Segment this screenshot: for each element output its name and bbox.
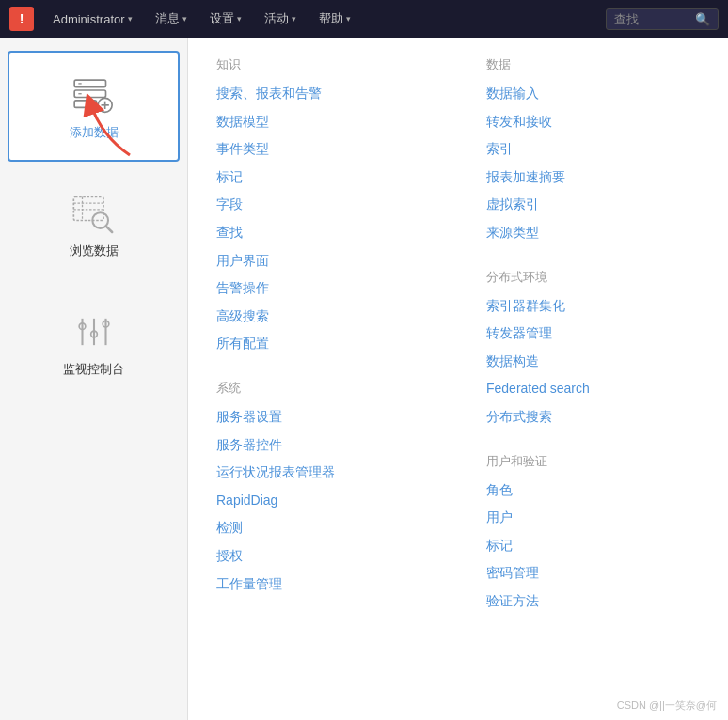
help-caret: ▾ (346, 14, 351, 23)
svg-rect-4 (74, 101, 96, 107)
link-indexes[interactable]: 索引 (486, 140, 700, 159)
monitor-label: 监视控制台 (63, 361, 124, 378)
data-title: 数据 (486, 56, 700, 73)
link-data-inputs[interactable]: 数据输入 (486, 85, 700, 103)
link-forwarder-mgmt[interactable]: 转发器管理 (486, 324, 700, 343)
svg-line-13 (105, 226, 112, 232)
browse-data-icon (71, 193, 118, 234)
settings-caret: ▾ (237, 14, 242, 23)
svg-rect-8 (73, 197, 103, 221)
messages-caret: ▾ (182, 14, 187, 23)
link-data-fabric[interactable]: 数据构造 (486, 352, 700, 371)
link-report-acceleration[interactable]: 报表加速摘要 (486, 168, 700, 187)
sidebar: 添加数据 浏览数据 (0, 38, 188, 720)
sidebar-item-browse-data[interactable]: 浏览数据 (8, 169, 180, 280)
link-fields[interactable]: 字段 (216, 196, 430, 214)
browse-data-icon-area (66, 190, 122, 237)
user-auth-title: 用户和验证 (486, 453, 700, 470)
link-server-settings[interactable]: 服务器设置 (216, 408, 430, 427)
admin-menu[interactable]: 消息 Administrator ▾ (43, 8, 142, 30)
messages-label: 消息 (155, 10, 180, 27)
navbar: ! 消息 Administrator ▾ 消息 ▾ 设置 ▾ 活动 ▾ 帮助 ▾… (0, 0, 728, 38)
search-icon: 🔍 (695, 12, 710, 26)
content-area: 知识 搜索、报表和告警 数据模型 事件类型 标记 字段 查找 用户界面 告警操作… (188, 38, 728, 720)
search-bar[interactable]: 🔍 (606, 8, 719, 30)
activity-caret: ▾ (292, 14, 296, 23)
distributed-title: 分布式环境 (486, 269, 700, 286)
add-data-icon (71, 74, 118, 116)
admin-text: Administrator (53, 12, 125, 26)
link-indexer-clustering[interactable]: 索引器群集化 (486, 297, 700, 316)
add-data-icon-area (66, 71, 122, 118)
link-tags[interactable]: 标记 (216, 168, 430, 187)
link-password-mgmt[interactable]: 密码管理 (486, 564, 700, 583)
add-data-label: 添加数据 (70, 124, 119, 141)
link-forwarding[interactable]: 转发和接收 (486, 113, 700, 132)
sidebar-item-monitor[interactable]: 监视控制台 (8, 288, 180, 399)
link-data-model[interactable]: 数据模型 (216, 113, 430, 132)
help-menu[interactable]: 帮助 ▾ (309, 7, 360, 31)
system-section: 系统 服务器设置 服务器控件 运行状况报表管理器 RapidDiag 检测 授权… (216, 380, 430, 593)
settings-menu[interactable]: 设置 ▾ (200, 7, 251, 31)
knowledge-section: 知识 搜索、报表和告警 数据模型 事件类型 标记 字段 查找 用户界面 告警操作… (216, 56, 430, 353)
settings-label: 设置 (210, 10, 234, 27)
admin-caret: ▾ (128, 14, 133, 23)
link-ui[interactable]: 用户界面 (216, 252, 430, 271)
knowledge-title: 知识 (216, 56, 430, 73)
monitor-icon-area (66, 308, 122, 355)
link-federated-search[interactable]: Federated search (486, 380, 700, 399)
left-column: 知识 搜索、报表和告警 数据模型 事件类型 标记 字段 查找 用户界面 告警操作… (216, 56, 430, 637)
main-layout: 添加数据 浏览数据 (0, 38, 728, 720)
link-search-reports[interactable]: 搜索、报表和告警 (216, 85, 430, 103)
link-all-config[interactable]: 所有配置 (216, 335, 430, 353)
link-users[interactable]: 用户 (486, 509, 700, 527)
data-section: 数据 数据输入 转发和接收 索引 报表加速摘要 虚拟索引 来源类型 (486, 56, 700, 243)
link-tokens[interactable]: 标记 (486, 537, 700, 556)
activity-menu[interactable]: 活动 ▾ (255, 7, 306, 31)
link-distributed-search[interactable]: 分布式搜索 (486, 408, 700, 427)
link-rapiddiag[interactable]: RapidDiag (216, 492, 430, 510)
link-lookup[interactable]: 查找 (216, 224, 430, 243)
messages-menu[interactable]: 消息 ▾ (146, 7, 197, 31)
link-alert-actions[interactable]: 告警操作 (216, 279, 430, 298)
system-title: 系统 (216, 380, 430, 397)
link-advanced-search[interactable]: 高级搜索 (216, 307, 430, 326)
sidebar-item-add-data[interactable]: 添加数据 (8, 51, 180, 162)
content-columns: 知识 搜索、报表和告警 数据模型 事件类型 标记 字段 查找 用户界面 告警操作… (216, 56, 700, 637)
monitor-icon (71, 311, 118, 352)
right-column: 数据 数据输入 转发和接收 索引 报表加速摘要 虚拟索引 来源类型 分布式环境 … (486, 56, 700, 637)
search-input[interactable] (614, 12, 689, 26)
link-server-controls[interactable]: 服务器控件 (216, 436, 430, 455)
link-instrumentation[interactable]: 检测 (216, 519, 430, 538)
link-auth-methods[interactable]: 验证方法 (486, 592, 700, 611)
activity-label: 活动 (264, 10, 289, 27)
logo-icon: ! (9, 7, 34, 31)
watermark: CSDN @||一笑奈@何 (617, 698, 717, 712)
link-virtual-indexes[interactable]: 虚拟索引 (486, 196, 700, 214)
user-auth-section: 用户和验证 角色 用户 标记 密码管理 验证方法 (486, 453, 700, 611)
link-source-types[interactable]: 来源类型 (486, 224, 700, 243)
link-roles[interactable]: 角色 (486, 481, 700, 500)
distributed-section: 分布式环境 索引器群集化 转发器管理 数据构造 Federated search… (486, 269, 700, 427)
link-licensing[interactable]: 授权 (216, 547, 430, 566)
link-event-types[interactable]: 事件类型 (216, 140, 430, 159)
help-label: 帮助 (319, 10, 343, 27)
link-workload[interactable]: 工作量管理 (216, 575, 430, 594)
link-health-report[interactable]: 运行状况报表管理器 (216, 463, 430, 482)
browse-data-label: 浏览数据 (70, 243, 119, 259)
